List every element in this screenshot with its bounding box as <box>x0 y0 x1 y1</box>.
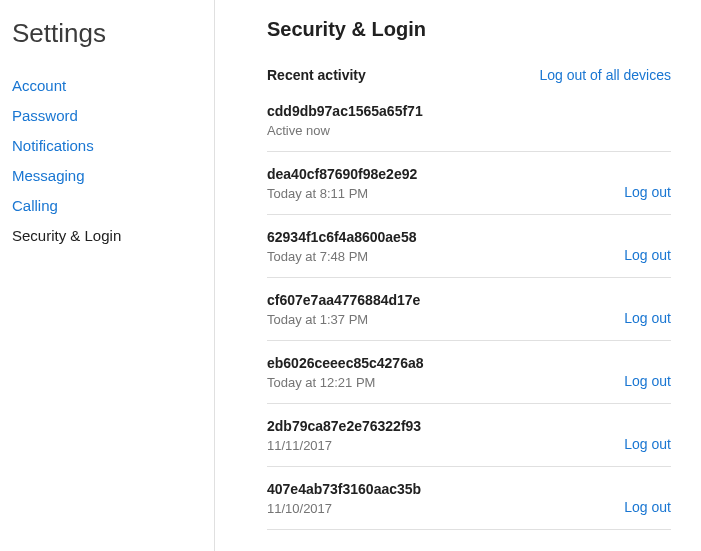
section-header: Recent activity Log out of all devices <box>267 67 671 83</box>
session-row: dea40cf87690f98e2e92Today at 8:11 PMLog … <box>267 152 671 215</box>
session-info: 62934f1c6f4a8600ae58Today at 7:48 PM <box>267 229 416 264</box>
sidebar-item-security-login: Security & Login <box>12 225 194 246</box>
session-logout-link[interactable]: Log out <box>624 499 671 516</box>
session-list: cdd9db97ac1565a65f71Active nowdea40cf876… <box>267 101 671 530</box>
session-info: dea40cf87690f98e2e92Today at 8:11 PM <box>267 166 417 201</box>
session-logout-link[interactable]: Log out <box>624 373 671 390</box>
recent-activity-label: Recent activity <box>267 67 366 83</box>
session-id: dea40cf87690f98e2e92 <box>267 166 417 182</box>
session-info: cdd9db97ac1565a65f71Active now <box>267 103 423 138</box>
session-info: cf607e7aa4776884d17eToday at 1:37 PM <box>267 292 420 327</box>
session-row: 62934f1c6f4a8600ae58Today at 7:48 PMLog … <box>267 215 671 278</box>
session-row: 2db79ca87e2e76322f9311/11/2017Log out <box>267 404 671 467</box>
settings-sidebar: Settings AccountPasswordNotificationsMes… <box>0 0 215 551</box>
session-row: eb6026ceeec85c4276a8Today at 12:21 PMLog… <box>267 341 671 404</box>
session-row: 407e4ab73f3160aac35b11/10/2017Log out <box>267 467 671 530</box>
session-logout-link[interactable]: Log out <box>624 247 671 264</box>
page-title: Security & Login <box>267 18 671 41</box>
main-content: Security & Login Recent activity Log out… <box>215 0 701 551</box>
session-status: Today at 7:48 PM <box>267 249 416 264</box>
sidebar-item-calling[interactable]: Calling <box>12 195 194 216</box>
session-row: cf607e7aa4776884d17eToday at 1:37 PMLog … <box>267 278 671 341</box>
session-id: 2db79ca87e2e76322f93 <box>267 418 421 434</box>
session-id: eb6026ceeec85c4276a8 <box>267 355 424 371</box>
sidebar-item-messaging[interactable]: Messaging <box>12 165 194 186</box>
nav-list: AccountPasswordNotificationsMessagingCal… <box>12 75 194 246</box>
session-id: 62934f1c6f4a8600ae58 <box>267 229 416 245</box>
logout-all-devices-link[interactable]: Log out of all devices <box>539 67 671 83</box>
session-status: 11/11/2017 <box>267 438 421 453</box>
session-status: Today at 12:21 PM <box>267 375 424 390</box>
session-logout-link[interactable]: Log out <box>624 310 671 327</box>
sidebar-title: Settings <box>12 18 194 49</box>
session-status: Active now <box>267 123 423 138</box>
sidebar-item-password[interactable]: Password <box>12 105 194 126</box>
session-logout-link[interactable]: Log out <box>624 436 671 453</box>
session-id: cdd9db97ac1565a65f71 <box>267 103 423 119</box>
session-status: Today at 8:11 PM <box>267 186 417 201</box>
session-info: 2db79ca87e2e76322f9311/11/2017 <box>267 418 421 453</box>
session-status: Today at 1:37 PM <box>267 312 420 327</box>
session-id: 407e4ab73f3160aac35b <box>267 481 421 497</box>
session-logout-link[interactable]: Log out <box>624 184 671 201</box>
session-info: 407e4ab73f3160aac35b11/10/2017 <box>267 481 421 516</box>
session-row: cdd9db97ac1565a65f71Active now <box>267 101 671 152</box>
sidebar-item-notifications[interactable]: Notifications <box>12 135 194 156</box>
sidebar-item-account[interactable]: Account <box>12 75 194 96</box>
session-id: cf607e7aa4776884d17e <box>267 292 420 308</box>
session-status: 11/10/2017 <box>267 501 421 516</box>
session-info: eb6026ceeec85c4276a8Today at 12:21 PM <box>267 355 424 390</box>
